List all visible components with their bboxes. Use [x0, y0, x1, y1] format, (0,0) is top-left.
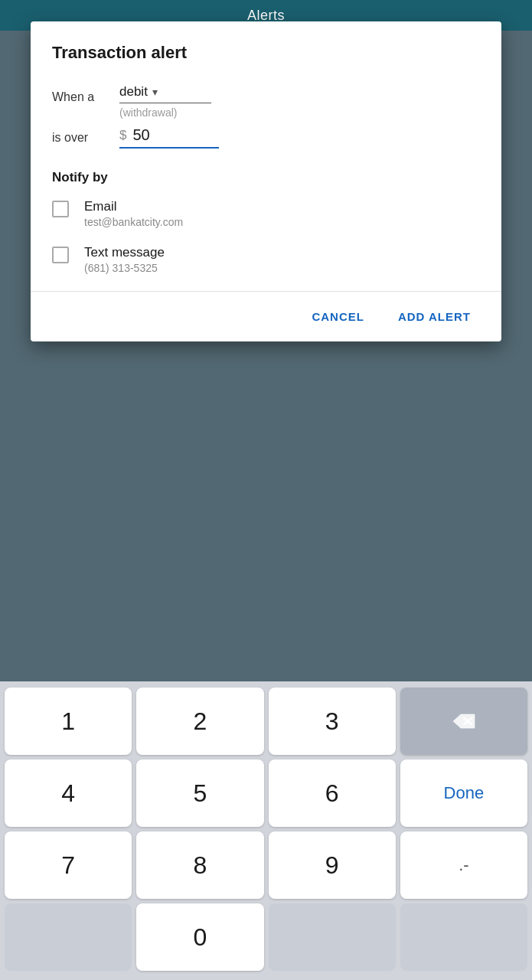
- is-over-row: is over $ 50: [52, 126, 480, 149]
- backspace-key[interactable]: [400, 688, 527, 755]
- key-4[interactable]: 4: [5, 760, 132, 827]
- text-label: Text message: [84, 245, 165, 260]
- email-value: test@bankatcity.com: [84, 216, 183, 228]
- text-info: Text message (681) 313-5325: [84, 245, 165, 274]
- key-0[interactable]: 0: [136, 903, 263, 971]
- email-checkbox[interactable]: [52, 201, 69, 217]
- debit-hint: (withdrawal): [119, 106, 177, 119]
- key-empty-far-right: [400, 903, 527, 971]
- key-1[interactable]: 1: [5, 688, 132, 755]
- dialog-title: Transaction alert: [52, 43, 480, 63]
- key-empty-left: [5, 903, 132, 971]
- text-option: Text message (681) 313-5325: [52, 245, 480, 274]
- key-8[interactable]: 8: [136, 831, 263, 899]
- is-over-label: is over: [52, 131, 113, 145]
- key-3[interactable]: 3: [269, 688, 396, 755]
- keyboard-row-4: 0: [5, 903, 527, 971]
- chevron-down-icon: ▾: [152, 86, 158, 98]
- text-checkbox[interactable]: [52, 247, 69, 263]
- amount-value: 50: [132, 126, 149, 144]
- debit-dropdown[interactable]: debit ▾: [119, 84, 211, 103]
- when-a-label: When a: [52, 84, 113, 104]
- key-empty-right: [269, 903, 396, 971]
- keyboard-row-1: 1 2 3: [5, 688, 527, 755]
- amount-input-wrapper[interactable]: $ 50: [119, 126, 219, 149]
- notify-section: Notify by Email test@bankatcity.com Text…: [52, 170, 480, 274]
- backspace-icon: [452, 712, 476, 730]
- key-6[interactable]: 6: [269, 760, 396, 827]
- text-value: (681) 313-5325: [84, 262, 165, 274]
- email-info: Email test@bankatcity.com: [84, 199, 183, 228]
- email-option: Email test@bankatcity.com: [52, 199, 480, 228]
- notify-by-label: Notify by: [52, 170, 480, 185]
- done-key[interactable]: Done: [400, 760, 527, 827]
- keyboard-row-3: 7 8 9 .-: [5, 831, 527, 899]
- key-9[interactable]: 9: [269, 831, 396, 899]
- when-a-row: When a debit ▾ (withdrawal): [52, 84, 480, 119]
- debit-value: debit: [119, 84, 148, 100]
- key-7[interactable]: 7: [5, 831, 132, 899]
- transaction-alert-dialog: Transaction alert When a debit ▾ (withdr…: [31, 21, 501, 341]
- currency-symbol: $: [119, 128, 126, 143]
- keyboard-row-2: 4 5 6 Done: [5, 760, 527, 827]
- email-label: Email: [84, 199, 183, 214]
- debit-dropdown-wrapper: debit ▾ (withdrawal): [119, 84, 211, 119]
- key-2[interactable]: 2: [136, 688, 263, 755]
- cancel-button[interactable]: CANCEL: [302, 304, 374, 329]
- key-special[interactable]: .-: [400, 831, 527, 899]
- dialog-actions: CANCEL ADD ALERT: [52, 292, 480, 341]
- numeric-keyboard: 1 2 3 4 5 6 Done 7 8 9 .- 0: [0, 681, 532, 980]
- add-alert-button[interactable]: ADD ALERT: [389, 304, 480, 329]
- key-5[interactable]: 5: [136, 760, 263, 827]
